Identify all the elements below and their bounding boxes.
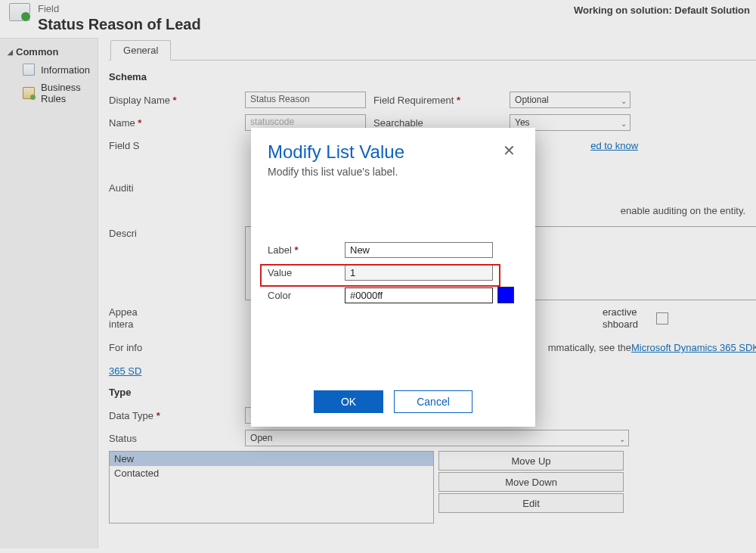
chevron-down-icon: ⌄ <box>619 435 625 443</box>
chevron-down-icon: ⌄ <box>621 120 627 128</box>
label-color: Color <box>268 290 345 301</box>
sidebar-group-label: Common <box>16 46 58 57</box>
list-item[interactable]: New <box>110 452 433 466</box>
select-value: Open <box>250 433 272 443</box>
rules-icon <box>23 87 35 99</box>
dialog-footer: OK Cancel <box>251 390 535 418</box>
label-data-type: Data Type <box>109 410 245 421</box>
label-interactive-right: eractive shboard <box>603 306 638 331</box>
section-schema-title: Schema <box>109 71 756 82</box>
input-label[interactable] <box>345 242 493 258</box>
select-value: Optional <box>515 95 549 105</box>
status-reason-listbox[interactable]: New Contacted <box>109 451 434 523</box>
sidebar-item-label: Business Rules <box>41 82 90 104</box>
close-icon[interactable]: ✕ <box>500 141 519 160</box>
collapse-triangle-icon: ◢ <box>8 48 13 56</box>
cancel-button[interactable]: Cancel <box>394 390 472 413</box>
select-value: Yes <box>515 117 530 128</box>
label-description: Descri <box>109 226 245 239</box>
row-display-name: Display Name Status Reason Field Require… <box>109 89 756 111</box>
move-up-button[interactable]: Move Up <box>438 451 624 471</box>
auditing-note: enable auditing on the entity. <box>621 205 745 216</box>
dialog-subtitle: Modify this list value's label. <box>251 166 535 178</box>
sidebar-group-common[interactable]: ◢ Common <box>0 43 98 61</box>
row-label: Label <box>268 238 519 261</box>
checkbox-interactive-dashboard[interactable] <box>656 312 668 325</box>
label-field-requirement: Field Requirement <box>373 95 510 106</box>
label-display-name: Display Name <box>109 95 245 106</box>
label-label: Label <box>268 244 345 256</box>
page-icon <box>23 64 35 76</box>
sidebar-item-information[interactable]: Information <box>0 61 98 79</box>
row-option-list: New Contacted Move Up Move Down Edit <box>109 451 756 523</box>
field-entity-icon <box>9 3 30 21</box>
label-name: Name <box>109 117 245 129</box>
label-field-security: Field S <box>109 140 245 151</box>
label-interactive-left: Appeaintera <box>109 306 245 331</box>
sidebar: ◢ Common Information Business Rules <box>0 38 98 548</box>
move-down-button[interactable]: Move Down <box>438 472 624 492</box>
header-titles: Field Status Reason of Lead <box>38 3 574 33</box>
link-need-to-know[interactable]: ed to know <box>590 140 638 151</box>
sdk-text-end: mmatically, see the <box>548 340 631 356</box>
label-auditing: Auditi <box>109 182 245 194</box>
sdk-text-start: For info <box>109 340 142 356</box>
tab-label: General <box>123 45 158 56</box>
modify-list-value-dialog: Modify List Value ✕ Modify this list val… <box>251 128 535 427</box>
solution-context: Working on solution: Default Solution <box>574 3 750 16</box>
input-display-name[interactable]: Status Reason <box>245 92 366 108</box>
link-sdk-continued[interactable]: 365 SD <box>109 365 141 377</box>
label-value: Value <box>268 267 345 278</box>
chevron-down-icon: ⌄ <box>621 97 627 105</box>
ok-button[interactable]: OK <box>314 390 383 413</box>
select-field-requirement[interactable]: Optional ⌄ <box>510 92 631 108</box>
dialog-header: Modify List Value ✕ <box>251 128 535 166</box>
dialog-title: Modify List Value <box>268 141 500 163</box>
edit-button[interactable]: Edit <box>438 493 624 513</box>
dialog-body: Label Value Color <box>251 178 535 306</box>
row-status: Status Open ⌄ <box>109 427 756 449</box>
label-searchable: Searchable <box>373 117 510 129</box>
header-title: Status Reason of Lead <box>38 15 574 33</box>
sidebar-item-label: Information <box>41 64 90 76</box>
tab-general[interactable]: General <box>110 40 171 61</box>
select-status[interactable]: Open ⌄ <box>245 430 629 446</box>
page-header: Field Status Reason of Lead Working on s… <box>0 0 756 38</box>
header-eyebrow: Field <box>38 3 574 15</box>
row-value: Value <box>268 261 519 284</box>
list-item[interactable]: Contacted <box>110 466 433 480</box>
input-value[interactable] <box>345 265 493 281</box>
row-color: Color <box>268 284 519 306</box>
input-color[interactable] <box>345 287 493 303</box>
sidebar-item-business-rules[interactable]: Business Rules <box>0 79 98 107</box>
color-swatch[interactable] <box>497 287 514 303</box>
label-status: Status <box>109 433 245 444</box>
list-action-buttons: Move Up Move Down Edit <box>438 451 624 523</box>
link-sdk[interactable]: Microsoft Dynamics 365 SDK <box>631 340 756 356</box>
tab-strip: General <box>109 38 756 61</box>
